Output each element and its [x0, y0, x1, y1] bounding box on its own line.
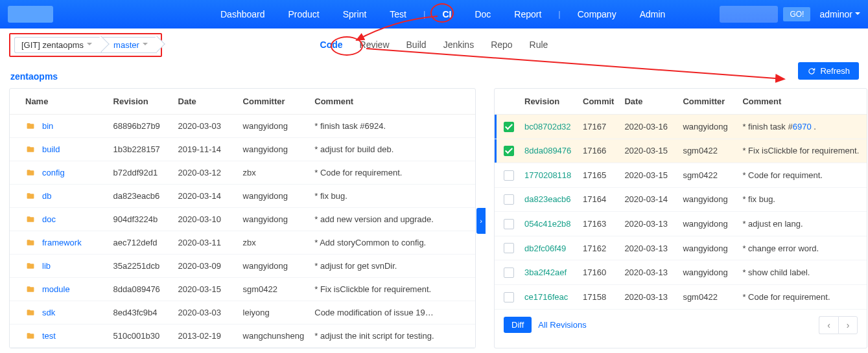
cell-check[interactable]	[495, 115, 519, 139]
cell-revision[interactable]: 8dda089476	[519, 139, 578, 163]
cell-revision: 1b3b228157	[108, 138, 173, 161]
task-link[interactable]: 6970	[793, 122, 812, 131]
splitter-handle[interactable]: ›	[476, 208, 486, 234]
cell-committer: sgm0422	[677, 163, 737, 188]
row-checkbox[interactable]	[504, 243, 514, 253]
cell-revision[interactable]: 1770208118	[519, 163, 578, 188]
all-revisions-link[interactable]: All Revisions	[538, 320, 586, 330]
search-input[interactable]	[720, 6, 778, 23]
row-checkbox[interactable]	[504, 219, 514, 229]
nav-ci[interactable]: CI	[430, 0, 463, 28]
folder-icon	[25, 145, 36, 154]
subtab-review[interactable]: Review	[358, 37, 391, 52]
subtab-jenkins[interactable]: Jenkins	[442, 37, 475, 52]
cell-name[interactable]: sdk	[10, 301, 108, 325]
row-checkbox[interactable]	[504, 146, 514, 156]
row-checkbox[interactable]	[504, 268, 514, 278]
cell-date: 2020-03-15	[619, 163, 677, 188]
subtab-build[interactable]: Build	[405, 37, 428, 52]
cell-name[interactable]: module	[10, 278, 108, 301]
cell-date: 2020-03-03	[173, 115, 238, 138]
pager-next-button[interactable]: ›	[838, 316, 858, 334]
top-nav: DashboardProductSprintTest|CIDocReport|C…	[0, 0, 868, 28]
row-checkbox[interactable]	[504, 292, 514, 302]
breadcrumb-branch[interactable]: master	[101, 37, 157, 53]
cell-comment: * fix bug.	[309, 185, 475, 208]
nav-test[interactable]: Test	[378, 0, 418, 28]
cell-name[interactable]: config	[10, 161, 108, 185]
col-name[interactable]: Name	[10, 89, 108, 115]
folder-icon	[25, 308, 36, 317]
table-row: build1b3b2281572019-11-14wangyidong* adj…	[10, 138, 475, 161]
cell-name[interactable]: db	[10, 185, 108, 208]
nav-product[interactable]: Product	[277, 0, 331, 28]
cell-name[interactable]: doc	[10, 208, 108, 231]
cell-revision[interactable]: 054c41e2b8	[519, 212, 578, 236]
cell-check[interactable]	[495, 187, 519, 212]
cell-revision[interactable]: 3ba2f42aef	[519, 260, 578, 285]
pager-prev-button[interactable]: ‹	[819, 316, 838, 334]
col-date[interactable]: Date	[173, 89, 238, 115]
row-checkbox[interactable]	[504, 122, 514, 132]
nav-company[interactable]: Company	[566, 0, 628, 28]
cell-name[interactable]: test	[10, 325, 108, 348]
refresh-button[interactable]: Refresh	[798, 62, 859, 80]
cell-check[interactable]	[495, 139, 519, 163]
col-committer[interactable]: Committer	[238, 89, 310, 115]
col-comment[interactable]: Comment	[309, 89, 475, 115]
cell-commit: 17160	[578, 260, 619, 285]
user-menu[interactable]: adminor	[815, 9, 860, 19]
table-row: da823eacb6171642020-03-14wangyidong* fix…	[495, 187, 867, 212]
cell-revision: 904df3224b	[108, 208, 173, 231]
cell-name[interactable]: build	[10, 138, 108, 161]
cell-check[interactable]	[495, 260, 519, 285]
col-comment[interactable]: Comment	[737, 89, 867, 115]
repo-title: zentaopms	[10, 71, 858, 82]
folder-icon	[25, 285, 36, 293]
subtab-code[interactable]: Code	[319, 37, 344, 52]
nav-admin[interactable]: Admin	[628, 0, 677, 28]
cell-date: 2020-03-13	[619, 260, 677, 285]
cell-name[interactable]: lib	[10, 255, 108, 278]
col-date[interactable]: Date	[619, 89, 677, 115]
cell-check[interactable]	[495, 163, 519, 188]
cell-revision[interactable]: da823eacb6	[519, 187, 578, 212]
nav-doc[interactable]: Doc	[463, 0, 502, 28]
subtab-rule[interactable]: Rule	[528, 37, 550, 52]
cell-revision: 8dda089476	[108, 278, 173, 301]
nav-dashboard[interactable]: Dashboard	[209, 0, 277, 28]
col-revision[interactable]: Revision	[108, 89, 173, 115]
row-checkbox[interactable]	[504, 170, 514, 181]
table-row: bin68896b27b92020-03-03wangyidong* finis…	[10, 115, 475, 138]
cell-revision[interactable]: bc08702d32	[519, 115, 578, 139]
cell-name[interactable]: framework	[10, 231, 108, 255]
nav-sprint[interactable]: Sprint	[331, 0, 379, 28]
cell-committer: wangyidong	[677, 187, 737, 212]
nav-report[interactable]: Report	[502, 0, 553, 28]
table-row: 3ba2f42aef171602020-03-13wangyidong* sho…	[495, 260, 867, 285]
logo	[8, 6, 53, 23]
cell-comment: * finish task #6970 .	[737, 115, 867, 139]
cell-comment: * Code for requiment.	[737, 163, 867, 188]
table-row: 1770208118171652020-03-15sgm0422* Code f…	[495, 163, 867, 188]
col-committer[interactable]: Committer	[677, 89, 737, 115]
row-checkbox[interactable]	[504, 194, 514, 205]
cell-revision[interactable]: ce1716feac	[519, 284, 578, 309]
subtab-repo[interactable]: Repo	[489, 37, 513, 52]
breadcrumb-repo[interactable]: [GIT] zentaopms	[14, 37, 101, 53]
cell-revision[interactable]: db2fc06f49	[519, 236, 578, 260]
files-table: Name Revision Date Committer Comment bin…	[10, 89, 475, 348]
table-row: db2fc06f49171622020-03-13wangyidong* cha…	[495, 236, 867, 260]
col-revision[interactable]: Revision	[519, 89, 578, 115]
cell-check[interactable]	[495, 236, 519, 260]
cell-committer: wangyidong	[677, 236, 737, 260]
cell-check[interactable]	[495, 284, 519, 309]
cell-check[interactable]	[495, 212, 519, 236]
cell-name[interactable]: bin	[10, 115, 108, 138]
go-button[interactable]: GO!	[783, 7, 810, 21]
table-row: module8dda0894762020-03-15sgm0422* Fix i…	[10, 278, 475, 301]
cell-committer: wangyidong	[238, 255, 310, 278]
diff-button[interactable]: Diff	[504, 317, 532, 333]
folder-icon	[25, 168, 36, 177]
col-commit[interactable]: Commit	[578, 89, 619, 115]
